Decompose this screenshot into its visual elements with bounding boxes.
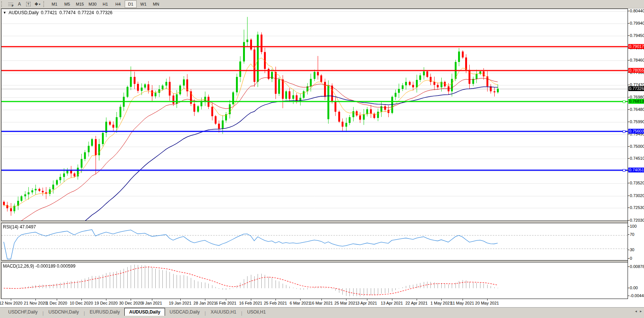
price-axis-label: 0.75990	[630, 119, 644, 124]
toolbar-grip-2[interactable]	[43, 1, 46, 7]
price-tag-0.78055: 0.78055	[628, 68, 644, 73]
date-tick	[300, 299, 301, 300]
date-axis[interactable]: 12 Nov 202021 Nov 20201 Dec 202010 Dec 2…	[0, 299, 644, 307]
date-tick	[152, 299, 152, 300]
tab-scroll-right-icon[interactable]: ▸	[640, 309, 642, 313]
dropdown-caret-icon: ▾	[39, 3, 40, 6]
text-box-icon: T	[26, 2, 31, 6]
date-tick	[205, 299, 205, 300]
tab-scroll-left-icon[interactable]: ◂	[635, 309, 637, 313]
date-tick	[35, 299, 36, 300]
timeframe-button-m15[interactable]: M15	[74, 0, 86, 8]
date-tick	[106, 299, 106, 300]
price-axis[interactable]: 0.804400.799400.794500.789500.784600.779…	[628, 9, 644, 299]
chart-grid-icon: F	[8, 2, 13, 6]
text-annotation-button[interactable]: A	[15, 0, 24, 8]
date-label: 10 Dec 2020	[70, 301, 93, 305]
chart-tab-usdcnh[interactable]: USDCNH,Daily	[44, 308, 83, 316]
price-axis-label: 0.80440	[630, 9, 644, 13]
price-axis-label: 0.73520	[630, 181, 644, 185]
timeframe-button-m30[interactable]: M30	[87, 0, 99, 8]
ohlc-close-value: 0.77326	[96, 10, 112, 15]
chart-tab-usdchf[interactable]: USDCHF,Daily	[4, 308, 42, 316]
candlestick-chart-canvas[interactable]	[1, 9, 628, 221]
date-tick	[487, 299, 488, 300]
price-tag-0.79017: 0.79017	[628, 44, 644, 49]
collapse-caret-icon[interactable]: ▼	[3, 11, 6, 15]
date-tick	[251, 299, 251, 300]
date-label: 3 Apr 2021	[357, 301, 377, 305]
line-handle[interactable]	[623, 130, 625, 133]
date-label: 6 Mar 2021	[290, 301, 311, 305]
timeframe-button-w1[interactable]: W1	[137, 0, 149, 8]
rsi-axis-label: 100	[630, 224, 637, 228]
arrange-objects-button[interactable]: ❖ ▾	[33, 0, 41, 8]
rsi-chart-canvas[interactable]	[1, 223, 628, 260]
price-axis-label: 0.79450	[630, 33, 644, 38]
date-tick	[463, 299, 463, 300]
date-tick	[131, 299, 131, 300]
rsi-axis-label: 30	[630, 247, 634, 252]
chart-tab-xauusd[interactable]: XAUUSD,H1	[206, 308, 241, 316]
chart-tab-audusd[interactable]: AUDUSD,Daily	[124, 308, 165, 316]
timeframe-button-h4[interactable]: H4	[112, 0, 124, 8]
line-handle[interactable]	[623, 169, 625, 172]
date-label: 11 May 2021	[451, 301, 474, 305]
chart-title: ▼ AUDUSD,Daily 0.77421 0.77474 0.77224 0…	[3, 10, 112, 15]
macd-axis-label: 0.00	[630, 286, 638, 290]
chart-templates-button[interactable]: F	[6, 0, 15, 8]
timeframe-button-h1[interactable]: H1	[99, 0, 111, 8]
price-axis-label: 0.79940	[630, 21, 644, 25]
date-label: 19 Dec 2020	[94, 301, 118, 305]
date-label: 28 Jan 2021	[193, 301, 216, 305]
macd-chart-canvas[interactable]	[1, 262, 628, 299]
price-axis-label: 0.72030	[630, 218, 644, 222]
price-axis-label: 0.73020	[630, 193, 644, 198]
date-tick	[392, 299, 392, 300]
timeframe-button-group: M1M5M15M30H1H4D1W1MN	[49, 0, 162, 8]
line-handle[interactable]	[623, 100, 625, 103]
macd-axis-label: -0.004451	[630, 293, 644, 298]
date-tick	[276, 299, 276, 300]
timeframe-button-m1[interactable]: M1	[49, 0, 60, 8]
date-tick	[321, 299, 322, 300]
price-tag-0.77326: 0.77326	[628, 86, 644, 91]
chart-tab-bar: USDCHF,Daily|USDCNH,Daily|EURUSD,DailyAU…	[0, 307, 644, 316]
macd-label: MACD(12,26,9) -0.000189 0.000599	[3, 264, 75, 269]
chart-tab-eurusd[interactable]: EURUSD,Daily	[85, 308, 124, 316]
date-label: 21 Nov 2020	[24, 301, 47, 305]
timeframe-button-mn[interactable]: MN	[150, 0, 162, 8]
date-label: 25 Feb 2021	[264, 301, 287, 305]
letter-a-icon: A	[18, 1, 21, 7]
date-tick	[180, 299, 181, 300]
price-axis-label: 0.75000	[630, 144, 644, 149]
date-tick	[441, 299, 442, 300]
date-tick	[346, 299, 346, 300]
chart-tab-usoil[interactable]: USOil,H1	[243, 308, 270, 316]
toolbar-grip[interactable]	[1, 1, 4, 7]
arrange-objects-icon: ❖	[34, 1, 38, 7]
ohlc-open-value: 0.77421	[41, 10, 57, 15]
rsi-label: RSI(14) 47.0497	[3, 224, 36, 230]
date-label: 30 Dec 2020	[119, 301, 142, 305]
price-tag-0.75603: 0.75603	[628, 129, 644, 134]
price-axis-label: 0.72530	[630, 205, 644, 210]
rsi-value: 47.0497	[20, 224, 36, 230]
price-tag-0.76813: 0.76813	[628, 99, 644, 104]
tab-scroll-controls: ◂ ▸	[635, 309, 642, 313]
date-label: 20 May 2021	[475, 301, 499, 305]
date-tick	[57, 299, 57, 300]
text-box-button[interactable]: T	[24, 0, 32, 8]
chart-tab-usdcad[interactable]: USDCAD,Daily	[165, 308, 204, 316]
timeframe-button-m5[interactable]: M5	[61, 0, 73, 8]
date-label: 16 Feb 2021	[239, 301, 262, 305]
date-label: 16 Mar 2021	[310, 301, 333, 305]
date-label: 9 Jan 2021	[142, 301, 162, 305]
trading-platform-window: F A T ❖ ▾ M1M5M15M30H1H4D1W1MN ▼ AUDUSD,…	[0, 0, 644, 318]
chart-symbol-label: AUDUSD,Daily	[9, 10, 39, 15]
date-tick	[367, 299, 367, 300]
date-tick	[417, 299, 417, 300]
date-label: 19 Jan 2021	[169, 301, 192, 305]
date-label: 13 Apr 2021	[381, 301, 403, 305]
timeframe-button-d1[interactable]: D1	[125, 0, 137, 8]
